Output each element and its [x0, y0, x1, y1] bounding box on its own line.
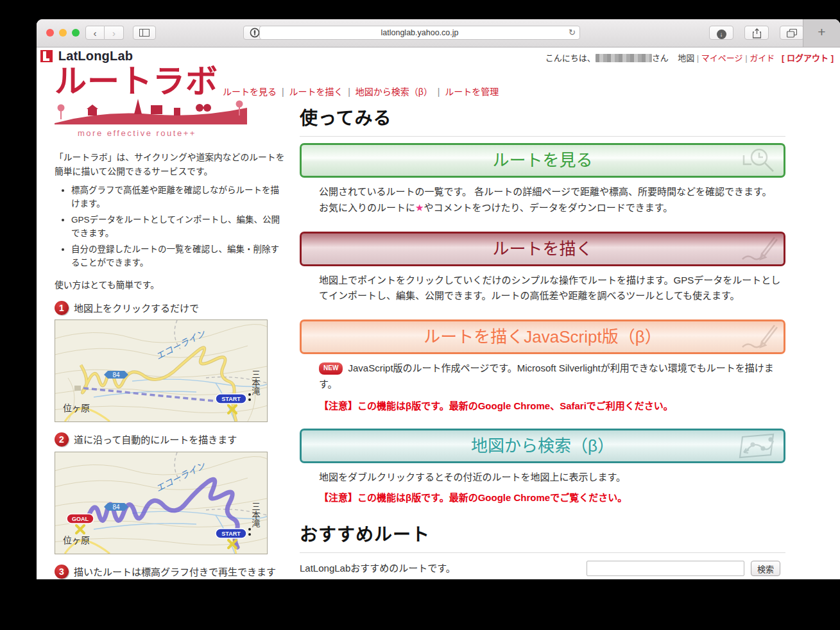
header-link-map[interactable]: 地図 — [678, 53, 694, 63]
route-search-input[interactable] — [587, 561, 744, 576]
forward-button[interactable]: › — [105, 26, 124, 40]
svg-text:GOAL: GOAL — [72, 516, 89, 522]
routelab-tagline: more effective route++ — [78, 128, 287, 138]
button-draw-route-label: ルートを描く — [492, 239, 592, 259]
button-view-route[interactable]: ルートを見る — [300, 143, 785, 178]
map-label-kuraigahara: 位ヶ原 — [63, 403, 90, 413]
button-draw-route-js[interactable]: ルートを描くJavaScript版（β） — [300, 319, 785, 354]
recommend-header: LatLongLabおすすめのルートです。 他にもいろんなルートがあります。検索… — [300, 559, 785, 579]
sidebar: ルートラボ more effective route++ — [55, 65, 287, 579]
feature-item: 自分の登録したルートの一覧を確認し、編集・削除することができます。 — [71, 243, 287, 270]
desc-draw-route-js: NEW JavaScript版のルート作成ページです。Microsoft Sil… — [319, 361, 782, 393]
step-3: 3 描いたルートは標高グラフ付きで再生できます（下の地図は操作できます） — [55, 565, 287, 579]
share-button[interactable] — [744, 26, 769, 40]
tab-overview-button[interactable] — [780, 26, 804, 40]
button-view-route-label: ルートを見る — [492, 151, 592, 170]
download-icon: ↓ — [717, 30, 726, 39]
new-badge: NEW — [319, 362, 343, 375]
map-image-step2: 84 エコーライン 三本滝 GOAL START 位ヶ原 — [55, 452, 268, 554]
map-label-sanbondaki: 三本滝 — [251, 370, 261, 395]
sidebar-toggle-button[interactable] — [133, 26, 156, 40]
greeting-suffix: さん — [652, 53, 669, 63]
desc-text: やコメントをつけたり、データをダウンロードできます。 — [424, 202, 673, 213]
route-shield-84: 84 — [104, 371, 128, 379]
svg-text:START: START — [221, 396, 241, 402]
warning-js-beta: 【注意】この機能はβ版です。最新のGoogle Chrome、Safariでご利… — [319, 399, 782, 414]
step-2-number: 2 — [55, 432, 69, 447]
main-content: 使ってみる ルートを見る 公開されているルートの一覧です。 各ルートの詳細ページ… — [300, 104, 785, 579]
sidebar-icon — [139, 29, 150, 37]
svg-text:84: 84 — [112, 371, 120, 379]
window-close-button[interactable] — [46, 29, 54, 37]
new-tab-button[interactable]: + — [803, 19, 840, 47]
map-route-icon — [733, 432, 778, 460]
button-draw-route-js-label: ルートを描くJavaScript版（β） — [424, 327, 661, 346]
separator: | — [348, 87, 350, 97]
service-intro: 「ルートラボ」は、サイクリングや道案内などのルートを簡単に描いて公開できるサービ… — [55, 151, 287, 179]
feature-item: GPSデータをルートとしてインポートし、編集、公開できます。 — [71, 214, 287, 241]
separator: | — [697, 53, 699, 63]
screenshot-canvas: { "browser": { "url": "latlonglab.yahoo.… — [0, 0, 840, 630]
separator: | — [438, 87, 440, 97]
feature-list: 標高グラフで高低差や距離を確認しながらルートを描けます。 GPSデータをルートと… — [55, 184, 287, 270]
pen-icon — [737, 235, 778, 263]
desc-draw-route: 地図上でポイントをクリックしていくだけのシンプルな操作でルートを描けます。GPS… — [319, 273, 782, 305]
pen-icon — [737, 323, 778, 351]
svg-text:START: START — [221, 531, 241, 537]
step-2: 2 道に沿って自動的にルートを描きます — [55, 432, 287, 448]
latlonglab-logo[interactable]: LatLongLab — [40, 49, 133, 64]
button-search-from-map[interactable]: 地図から検索（β） — [300, 429, 785, 463]
button-search-from-map-label: 地図から検索（β） — [471, 436, 614, 455]
button-draw-route[interactable]: ルートを描く — [300, 232, 785, 266]
easy-note: 使い方はとても簡単です。 — [55, 278, 287, 291]
step-1-number: 1 — [55, 301, 69, 315]
downloads-button[interactable]: ↓ — [709, 26, 733, 40]
step-3-number: 3 — [55, 565, 69, 579]
routelab-logo[interactable]: ルートラボ more effective route++ — [55, 65, 287, 138]
latlonglab-logo-icon — [40, 50, 53, 62]
divider — [300, 552, 785, 553]
tabs-icon — [787, 29, 797, 38]
nav-search-from-map[interactable]: 地図から検索（β） — [356, 87, 433, 97]
divider — [300, 136, 785, 137]
window-minimize-button[interactable] — [59, 29, 67, 37]
back-button[interactable]: ‹ — [85, 26, 105, 40]
svg-text:84: 84 — [112, 504, 120, 511]
window-zoom-button[interactable] — [72, 29, 80, 37]
site-header: LatLongLab こんにちは、さん 地図 | マイページ | ガイド [ ロ… — [37, 47, 840, 65]
address-bar[interactable]: latlonglab.yahoo.co.jp ↻ — [259, 26, 580, 40]
header-link-guide[interactable]: ガイド — [750, 53, 775, 63]
nav-manage-routes[interactable]: ルートを管理 — [445, 87, 499, 97]
cityscape-illustration — [55, 98, 247, 124]
share-icon — [753, 28, 761, 38]
user-greeting: こんにちは、さん 地図 | マイページ | ガイド [ ログアウト ] — [545, 51, 834, 64]
map-label-kuraigahara: 位ヶ原 — [63, 535, 90, 545]
routelab-logo-text: ルートラボ — [55, 65, 287, 98]
nav-draw-route[interactable]: ルートを描く — [289, 87, 343, 97]
favorite-star-icon: ★ — [415, 202, 424, 213]
magnifier-clock-icon — [737, 146, 778, 175]
warning-search-beta: 【注意】この機能はβ版です。最新のGoogle Chromeでご覧ください。 — [319, 491, 782, 506]
header-link-mypage[interactable]: マイページ — [701, 53, 743, 63]
step-2-label: 道に沿って自動的にルートを描きます — [74, 432, 237, 448]
step-1-label: 地図上をクリックするだけで — [74, 301, 199, 316]
separator: | — [745, 53, 747, 63]
step-1: 1 地図上をクリックするだけで — [55, 301, 287, 316]
browser-toolbar: ‹ › latlonglab.yahoo.co.jp ↻ ↓ — [37, 19, 840, 47]
desc-text: JavaScript版のルート作成ページです。Microsoft Silverl… — [319, 362, 774, 389]
route-shield-84: 84 — [104, 503, 128, 511]
map-image-step1: 84 エコーライン 三本滝 START 位ヶ原 — [55, 319, 268, 422]
url-text: latlonglab.yahoo.co.jp — [381, 28, 459, 37]
browser-window: ‹ › latlonglab.yahoo.co.jp ↻ ↓ — [37, 19, 840, 579]
page-content: LatLongLab こんにちは、さん 地図 | マイページ | ガイド [ ロ… — [37, 47, 840, 579]
reload-icon[interactable]: ↻ — [569, 26, 576, 39]
section-title-recommend: おすすめルート — [300, 520, 785, 546]
username-blurred — [596, 54, 652, 62]
route-search-button[interactable]: 検索 — [751, 561, 780, 576]
logout-link[interactable]: [ ログアウト ] — [782, 53, 834, 63]
step-3-label: 描いたルートは標高グラフ付きで再生できます（下の地図は操作できます） — [74, 565, 287, 579]
desc-search-from-map: 地図をダブルクリックするとその付近のルートを地図上に表示します。 — [319, 470, 782, 486]
recommend-line2: 他にもいろんなルートがあります。検索してみてください。 — [300, 577, 785, 579]
feature-item: 標高グラフで高低差や距離を確認しながらルートを描けます。 — [71, 184, 287, 211]
route-search: 検索 — [587, 561, 780, 576]
